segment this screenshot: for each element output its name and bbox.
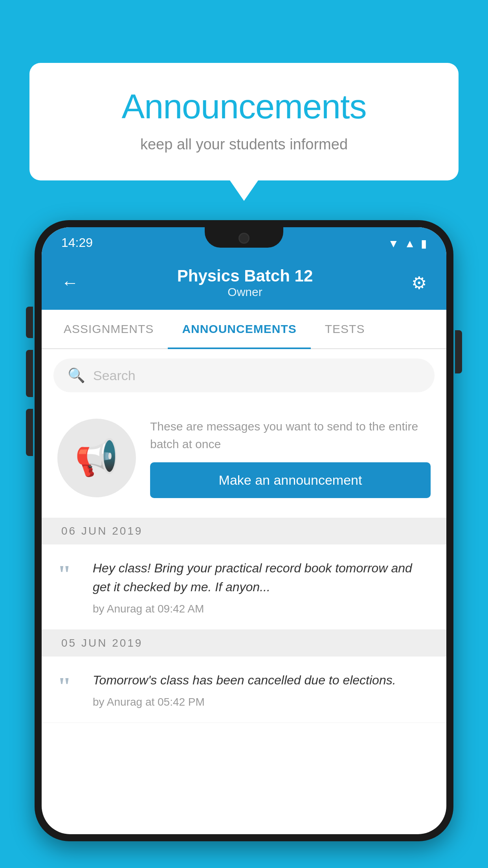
announcement-content-1: Hey class! Bring your practical record b… <box>93 559 427 615</box>
announcements-title: Announcements <box>57 86 431 127</box>
front-camera <box>238 233 250 244</box>
make-announcement-button[interactable]: Make an announcement <box>150 462 431 498</box>
battery-icon: ▮ <box>421 237 427 250</box>
announcement-text-2: Tomorrow's class has been cancelled due … <box>93 671 427 690</box>
back-button[interactable]: ← <box>61 273 79 292</box>
search-icon: 🔍 <box>68 367 85 384</box>
phone-notch <box>205 227 283 248</box>
search-container: 🔍 Search <box>42 349 446 402</box>
promo-description: These are messages you want to send to t… <box>150 417 431 453</box>
search-bar[interactable]: 🔍 Search <box>53 359 435 392</box>
header-title-group: Physics Batch 12 Owner <box>177 267 313 299</box>
signal-icon: ▲ <box>404 237 415 250</box>
tab-tests[interactable]: TESTS <box>311 310 379 348</box>
volume-down-button <box>26 350 33 397</box>
announcement-meta-1: by Anurag at 09:42 AM <box>93 603 427 615</box>
header-subtitle: Owner <box>177 285 313 299</box>
silent-button <box>26 409 33 456</box>
date-separator-1: 06 JUN 2019 <box>42 518 446 544</box>
announcement-text-1: Hey class! Bring your practical record b… <box>93 559 427 596</box>
announcement-meta-2: by Anurag at 05:42 PM <box>93 696 427 708</box>
header-title: Physics Batch 12 <box>177 267 313 285</box>
settings-icon[interactable]: ⚙ <box>411 273 427 293</box>
promo-icon-circle: 📢 <box>57 419 136 497</box>
phone-container: 14:29 ▼ ▲ ▮ ← Physics Batch 12 Owner ⚙ A… <box>35 220 453 868</box>
phone-outer: 14:29 ▼ ▲ ▮ ← Physics Batch 12 Owner ⚙ A… <box>35 220 453 841</box>
search-placeholder: Search <box>93 368 136 383</box>
power-button <box>455 330 462 373</box>
phone-screen: 14:29 ▼ ▲ ▮ ← Physics Batch 12 Owner ⚙ A… <box>42 227 446 834</box>
quote-icon-2: " <box>57 674 81 699</box>
announcement-item-2[interactable]: " Tomorrow's class has been cancelled du… <box>42 657 446 723</box>
tab-assignments[interactable]: ASSIGNMENTS <box>50 310 168 348</box>
speech-bubble-section: Announcements keep all your students inf… <box>29 63 459 180</box>
announcement-item-1[interactable]: " Hey class! Bring your practical record… <box>42 544 446 630</box>
megaphone-icon: 📢 <box>75 437 119 478</box>
status-icons: ▼ ▲ ▮ <box>388 237 427 250</box>
status-time: 14:29 <box>61 235 93 250</box>
wifi-icon: ▼ <box>388 237 399 250</box>
date-separator-2: 05 JUN 2019 <box>42 630 446 657</box>
speech-bubble-card: Announcements keep all your students inf… <box>29 63 459 180</box>
tabs-bar: ASSIGNMENTS ANNOUNCEMENTS TESTS <box>42 310 446 349</box>
quote-icon-1: " <box>57 562 81 587</box>
volume-up-button <box>26 307 33 338</box>
announcements-subtitle: keep all your students informed <box>57 136 431 153</box>
announcement-promo: 📢 These are messages you want to send to… <box>42 402 446 518</box>
app-header: ← Physics Batch 12 Owner ⚙ <box>42 256 446 310</box>
tab-announcements[interactable]: ANNOUNCEMENTS <box>168 310 310 348</box>
announcement-content-2: Tomorrow's class has been cancelled due … <box>93 671 427 708</box>
promo-content: These are messages you want to send to t… <box>150 417 431 498</box>
